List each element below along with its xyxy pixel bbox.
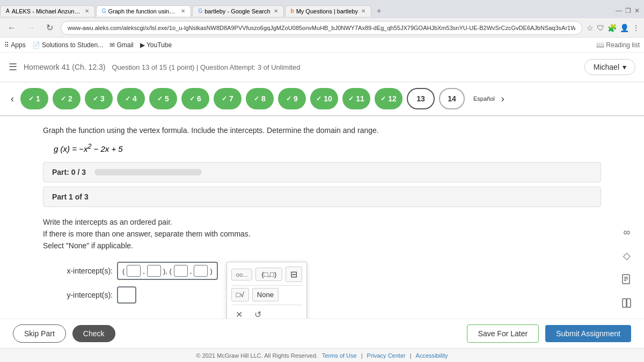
new-tab-button[interactable]: + [372,4,385,17]
extension-icon[interactable]: 🧩 [608,24,617,32]
question-pill-8[interactable]: ✓8 [246,88,274,109]
instruction-write-intercepts: Write the intercepts as an ordered pair. [43,218,601,226]
tab-label-graph: Graph the function using the ver [108,8,178,14]
nav-right-arrow[interactable]: › [499,93,507,105]
bookmark-youtube[interactable]: ▶ YouTube [140,41,172,49]
question-pill-7[interactable]: ✓7 [214,88,241,109]
copyright-text: © 2021 McGraw Hill LLC. All Rights Reser… [196,352,318,359]
save-for-later-button[interactable]: Save For Later [467,324,539,343]
copyright-separator2: | [410,352,412,359]
x-int-val2-box2[interactable] [194,265,208,277]
bookmark-apps[interactable]: ⠿ Apps [4,41,26,49]
tab-aleks[interactable]: A ALEKS - Michael Anzuni - Home ✕ [0,5,95,17]
back-button[interactable]: ← [4,22,19,34]
x-int-val1-box2[interactable] [147,265,161,277]
minimize-icon[interactable]: — [616,7,622,14]
question-pill-1[interactable]: ✓1 [20,88,48,109]
mk-divider2 [231,305,302,305]
mk-row1: oo... (□,□) ⊟ [231,267,302,282]
tab-label-bartleby-q: My Questions | bartleby [296,8,358,14]
address-bar: ← → ↻ ☆ 🛡 🧩 👤 ⋮ [0,18,644,38]
tab-close-aleks[interactable]: ✕ [85,8,89,14]
progress-bar [94,169,202,175]
address-icons: ☆ 🛡 🧩 👤 ⋮ [587,24,640,32]
instruction-multiple-answers: If there is more than one answer, separa… [43,230,601,238]
question-pill-6[interactable]: ✓6 [181,88,209,109]
account-icon[interactable]: 👤 [620,24,629,32]
tab-label-bartleby-search: bartleby - Google Search [204,8,270,14]
question-pill-9[interactable]: ✓9 [278,88,306,109]
mk-divider1 [231,285,302,286]
mk-ellipsis-button[interactable]: oo... [231,269,252,280]
question-pill-5[interactable]: ✓5 [149,88,177,109]
infinity-icon[interactable]: ∞ [618,224,635,241]
more-icon[interactable]: ⋮ [632,24,640,32]
svg-rect-4 [623,299,626,307]
question-pill-12[interactable]: ✓12 [375,88,402,109]
x-int-val2-box1[interactable] [174,265,188,277]
mk-sqrt-button[interactable]: □√ [231,288,249,301]
book-icon[interactable] [618,294,635,312]
user-menu-button[interactable]: Michael ▾ [584,59,635,75]
nav-left-arrow[interactable]: ‹ [9,93,16,105]
question-pill-2[interactable]: ✓2 [53,88,80,109]
bookmark-gmail[interactable]: ✉ Gmail [109,41,134,49]
bookmark-solutions[interactable]: 📄 Solutions to Studen... [32,41,103,49]
close-icon[interactable]: ✕ [634,7,640,14]
question-nav: ‹ ✓1 ✓2 ✓3 ✓4 ✓5 ✓6 ✓7 ✓8 ✓9 ✓10 ✓11 ✓12… [0,83,644,115]
skip-part-button[interactable]: Skip Part [13,324,66,343]
x-intercept-input[interactable]: ( , ), ( , ) [117,262,218,280]
tab-bartleby-search[interactable]: G bartleby - Google Search ✕ [192,5,283,17]
y-intercept-input[interactable] [117,286,136,304]
reading-list-icon[interactable]: 📖 Reading list [596,41,640,49]
tab-favicon-aleks: A [6,8,10,14]
restore-icon[interactable]: ❐ [625,7,631,14]
chevron-down-icon: ▾ [623,63,626,71]
tab-close-bartleby-q[interactable]: ✕ [361,8,365,14]
url-input[interactable] [61,21,582,35]
tab-label-aleks: ALEKS - Michael Anzuni - Home [12,8,82,14]
bookmark-star-icon[interactable]: ☆ [587,24,594,32]
question-attempt: Question 13 of 15 (1 point) | Question A… [112,63,300,71]
tab-close-graph[interactable]: ✕ [181,8,185,14]
check-button[interactable]: Check [72,325,115,342]
part-header: Part 1 of 3 [43,187,601,207]
instruction-block: Write the intercepts as an ordered pair.… [43,213,601,257]
x-intercept-label: x-intercept(s): [43,267,113,275]
question-pill-11[interactable]: ✓11 [342,88,370,109]
shield-icon: 🛡 [597,24,604,32]
homework-title: Homework 41 (Ch. 12.3) Question 13 of 15… [24,63,300,71]
document-icon[interactable] [618,271,635,288]
tab-bartleby-questions[interactable]: b My Questions | bartleby ✕ [285,5,371,17]
tab-favicon-bartleby-q: b [291,8,294,14]
question-pill-3[interactable]: ✓3 [85,88,113,109]
username-label: Michael [594,63,619,71]
question-pill-10[interactable]: ✓10 [310,88,338,109]
mk-fraction-button[interactable]: ⊟ [286,267,302,282]
x-int-val1-box1[interactable] [127,265,141,277]
tab-favicon-graph: G [102,8,106,14]
question-area: Graph the function using the vertex form… [0,116,644,334]
question-pill-13[interactable]: 13 [407,88,435,109]
footer-bar: Skip Part Check Save For Later Submit As… [0,319,644,348]
bookmarks-bar: ⠿ Apps 📄 Solutions to Studen... ✉ Gmail … [0,38,644,53]
question-pill-14[interactable]: 14 [439,88,465,109]
diamond-icon[interactable]: ◇ [618,247,635,264]
browser-controls: — ❐ ✕ [616,7,644,14]
tab-close-bartleby-search[interactable]: ✕ [274,8,278,14]
submit-assignment-button[interactable]: Submit Assignment [545,325,631,342]
privacy-center-link[interactable]: Privacy Center [367,352,406,359]
accessibility-link[interactable]: Accessibility [416,352,448,359]
menu-button[interactable]: ☰ [9,61,17,73]
x-intercept-row: x-intercept(s): ( , ), ( , ) [43,262,218,280]
forward-button[interactable]: → [24,22,39,34]
reload-button[interactable]: ↻ [43,21,56,34]
y-intercept-label: y-intercept(s): [43,291,113,299]
mk-row2: □√ None [231,288,302,301]
y-intercept-row: y-intercept(s): [43,286,218,304]
mk-ordered-pair-button[interactable]: (□,□) [255,268,282,281]
question-pill-4[interactable]: ✓4 [117,88,145,109]
mk-none-button[interactable]: None [252,288,279,301]
tab-graph[interactable]: G Graph the function using the ver ✕ [96,5,192,17]
terms-of-use-link[interactable]: Terms of Use [322,352,357,359]
